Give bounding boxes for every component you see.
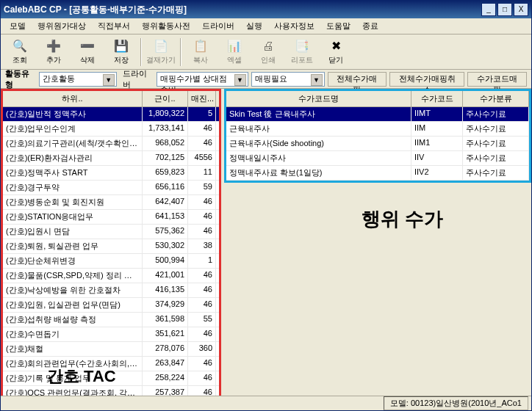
toolbar-label: 추가 [46, 55, 61, 65]
cell-fee-name: 정맥내일시주사 [226, 151, 411, 165]
table-row[interactable]: (간호)OCS 관련업무(결과조회, 각종출력257,38746 [3, 386, 219, 396]
menu-item[interactable]: 도움말 [320, 19, 356, 33]
table-row[interactable]: (간호)경구투약656,11659 [3, 181, 219, 195]
cell-name: (간호)섭취량 배설량 측정 [3, 313, 143, 327]
cell-v1: 1,809,322 [143, 107, 188, 121]
toolbar-icon: 📋 [193, 39, 208, 54]
table-row[interactable]: 근육내주사IIM주사수기료 [226, 122, 529, 137]
toolbar-button[interactable]: ➕추가 [37, 37, 70, 68]
cell-v1: 374,929 [143, 298, 188, 312]
cell-v2: 46 [188, 137, 216, 150]
toolbar-label: 닫기 [328, 55, 343, 65]
table-row[interactable]: (간호)채혈278,076360 [3, 342, 219, 357]
toolbar-label: 저장 [114, 55, 129, 65]
close-button[interactable]: X [514, 3, 528, 16]
table-row[interactable]: (간호)회의관련업무(수간호사회의,중간관263,84746 [3, 357, 219, 371]
mapping-filter-combo[interactable]: 매핑필요 [251, 72, 325, 87]
col-fee-name[interactable]: 수가코드명 [226, 91, 411, 106]
table-row[interactable]: (간호)STATION응대업무641,15346 [3, 210, 219, 225]
table-row[interactable]: (간호)섭취량 배설량 측정361,59855 [3, 313, 219, 327]
table-row[interactable]: (간호)단순체위변경500,9941 [3, 254, 219, 269]
table-row[interactable]: (간호)퇴원, 퇴실관련 업무530,30238 [3, 239, 219, 254]
table-row[interactable]: (간호)물품(CSR,SPD,약제) 정리 및 보관421,00146 [3, 269, 219, 283]
toolbar-label: 리포트 [291, 55, 313, 65]
table-row[interactable]: (간호)입원, 입실관련 업무(면담)374,92946 [3, 298, 219, 313]
col-fee-code[interactable]: 수가코드 [411, 91, 463, 106]
cell-fee-cat: 주사수기료 [463, 122, 529, 136]
table-row[interactable]: (간호)병동순회 및 회진지원642,40746 [3, 195, 219, 210]
table-row[interactable]: (간호)정맥주사 START659,82311 [3, 166, 219, 181]
menu-item[interactable]: 사용자정보 [268, 19, 320, 33]
table-row[interactable]: (간호)업무인수인계1,733,14146 [3, 122, 219, 137]
titlebar: CalebABC CP - [공통활동-배부기준-수가매핑] _ □ X [1, 1, 531, 18]
table-row[interactable]: (간호)낙상예방을 위한 간호절차416,13546 [3, 283, 219, 298]
maximize-button[interactable]: □ [497, 3, 512, 16]
activity-type-label: 활동유형 [5, 68, 36, 90]
cell-v1: 530,302 [143, 239, 188, 253]
menu-item[interactable]: 실행 [240, 19, 268, 33]
col-activity-name[interactable]: 하위.. [3, 91, 143, 106]
cell-fee-code: IIM1 [411, 137, 463, 150]
app-window: CalebABC CP - [공통활동-배부기준-수가매핑] _ □ X 모델행… [0, 0, 532, 411]
table-row[interactable]: 정맥내일시주사IIV주사수기료 [226, 151, 529, 166]
col-fee-cat[interactable]: 수가분류 [463, 91, 529, 106]
table-row[interactable]: (간호)수면돕기351,62146 [3, 327, 219, 342]
map-code-button[interactable]: 수가코드매핑 [467, 72, 527, 87]
toolbar-label: 인쇄 [261, 55, 276, 65]
table-row[interactable]: (간호)기록 및 통계 업무258,22446 [3, 371, 219, 386]
activity-type-combo[interactable]: 간호활동 [39, 72, 117, 87]
menu-item[interactable]: 행위활동사전 [136, 19, 196, 33]
toolbar-button: 📑리포트 [286, 37, 318, 68]
cell-v1: 575,362 [143, 225, 188, 239]
cell-fee-name: Skin Test 後 근육내주사 [226, 107, 411, 121]
menu-item[interactable]: 행위원가대상 [32, 19, 92, 33]
page-title: CalebABC CP - [공통활동-배부기준-수가매핑] [4, 4, 481, 16]
table-row[interactable]: (간호)일반적 정맥주사1,809,3225 [3, 107, 219, 122]
cell-name: (간호)경구투약 [3, 181, 143, 194]
cell-v2: 46 [188, 195, 216, 209]
toolbar-icon: ➕ [46, 39, 61, 54]
cell-fee-code: IIV2 [411, 166, 463, 180]
cell-v1: 416,135 [143, 283, 188, 297]
activity-grid-body[interactable]: (간호)일반적 정맥주사1,809,3225(간호)업무인수인계1,733,14… [3, 107, 219, 396]
table-row[interactable]: (간호)입원시 면담575,36246 [3, 225, 219, 239]
cell-name: (간호)물품(CSR,SPD,약제) 정리 및 보관 [3, 269, 143, 283]
toolbar-button: 📋복사 [184, 37, 217, 68]
cell-fee-code: IIM [411, 122, 463, 136]
cell-name: (간호)수면돕기 [3, 327, 143, 341]
table-row[interactable]: 정맥내주사료 확보(1일당)IIV2주사수기료 [226, 166, 529, 181]
menu-item[interactable]: 모델 [4, 19, 32, 33]
cell-name: (간호)단순체위변경 [3, 254, 143, 268]
cell-v1: 500,994 [143, 254, 188, 268]
table-row[interactable]: (간호)의료기구관리(세척/갯수확인/소독968,05246 [3, 137, 219, 151]
minimize-button[interactable]: _ [481, 3, 496, 16]
cell-v2: 38 [188, 239, 216, 253]
menu-item[interactable]: 종료 [356, 19, 384, 33]
table-row[interactable]: (간호)(ER)환자검사관리702,1254556 [3, 151, 219, 166]
cell-name: (간호)병동순회 및 회진지원 [3, 195, 143, 209]
col-val1[interactable]: 근이.. [143, 91, 188, 106]
col-val2[interactable]: 매진... [188, 91, 216, 106]
cell-v1: 351,621 [143, 327, 188, 341]
cell-name: (간호)일반적 정맥주사 [3, 107, 143, 121]
toolbar-button[interactable]: 🔍조회 [4, 37, 36, 68]
cell-v1: 656,116 [143, 181, 188, 194]
fee-grid-body[interactable]: Skin Test 後 근육내주사IIMT주사수기료근육내주사IIM주사수기료근… [226, 107, 529, 181]
cell-v1: 702,125 [143, 151, 188, 165]
table-row[interactable]: Skin Test 後 근육내주사IIMT주사수기료 [226, 107, 529, 122]
toolbar-button[interactable]: 💾저장 [105, 37, 137, 68]
cell-v1: 659,823 [143, 166, 188, 180]
toolbar-button: 📊엑셀 [218, 37, 251, 68]
map-all-button[interactable]: 전체수가매핑 [328, 72, 387, 87]
toolbar-label: 삭제 [80, 55, 95, 65]
menu-item[interactable]: 직접부서 [92, 19, 136, 33]
menu-item[interactable]: 드라이버 [196, 19, 240, 33]
toolbar-button[interactable]: ➖삭제 [71, 37, 104, 68]
unmap-all-button[interactable]: 전체수가매핑취소 [389, 72, 464, 87]
cell-name: (간호)(ER)환자검사관리 [3, 151, 143, 165]
toolbar-button[interactable]: ✖닫기 [320, 37, 352, 68]
cell-fee-name: 근육내주사(Side shooting) [226, 137, 411, 150]
driver-combo[interactable]: 매핑수가별 상대점수비 [157, 72, 248, 87]
cell-v1: 421,001 [143, 269, 188, 283]
table-row[interactable]: 근육내주사(Side shooting)IIM1주사수기료 [226, 137, 529, 151]
